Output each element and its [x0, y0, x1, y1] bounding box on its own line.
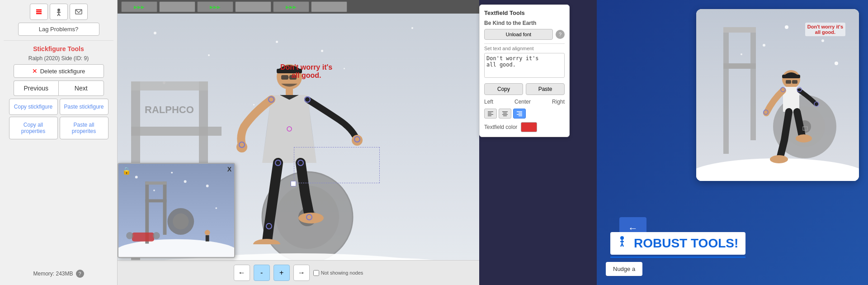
speech-line2: all good. — [280, 71, 332, 80]
svg-rect-47 — [132, 233, 154, 242]
plus-button[interactable]: + — [274, 265, 290, 281]
svg-point-81 — [763, 44, 765, 47]
svg-line-7 — [59, 14, 60, 16]
svg-rect-42 — [163, 181, 167, 235]
svg-point-46 — [173, 214, 189, 229]
robust-tools-label: ROBUST TOOLS! — [634, 236, 738, 251]
right-panel: Don't worry it's all good. ← ROBUST TOOL… — [597, 0, 868, 285]
copy-paste-grid: Copy stickfigure Paste stickfigure Copy … — [9, 99, 108, 139]
icon-btn-3[interactable] — [70, 4, 88, 20]
paste-stickfigure-button[interactable]: Paste stickfigure — [60, 99, 108, 115]
lag-problems-button[interactable]: Lag Problems? — [18, 23, 99, 36]
arrow-right-ctrl[interactable]: → — [293, 265, 310, 281]
copy-all-properties-button[interactable]: Copy all properties — [9, 117, 58, 139]
svg-point-49 — [153, 232, 160, 239]
preview-lock-icon: 🔒 — [122, 166, 131, 175]
previous-button[interactable]: Previous — [14, 81, 59, 96]
robust-underline — [610, 256, 745, 258]
svg-point-54 — [206, 185, 209, 187]
icon-btn-2[interactable] — [50, 4, 68, 20]
frame-play-icon-2: ▶▶▶ — [210, 5, 221, 10]
canvas-controls: ← - + → Not showing nodes — [118, 260, 479, 285]
stickfigure-tools-title: Stickfigure Tools — [33, 45, 84, 52]
right-card: Don't worry it's all good. — [696, 9, 859, 181]
paste-button[interactable]: Paste — [526, 83, 565, 95]
svg-point-53 — [171, 172, 173, 174]
svg-point-52 — [135, 176, 138, 178]
font-question-badge[interactable]: ? — [556, 30, 565, 39]
copy-button[interactable]: Copy — [484, 83, 523, 95]
font-row: Unload font ? — [484, 29, 565, 40]
svg-point-82 — [835, 62, 838, 65]
nudge-label: Nudge a — [613, 266, 635, 272]
copy-stickfigure-button[interactable]: Copy stickfigure — [9, 99, 58, 115]
frame-thumb-6[interactable] — [311, 1, 347, 12]
text-content-textarea[interactable]: Don't worry it's all good. — [484, 53, 565, 78]
color-row: Textfield color — [484, 122, 565, 132]
svg-rect-72 — [723, 27, 729, 154]
copy-paste-row: Copy Paste — [484, 83, 565, 95]
frame-play-icon-1: ▶▶▶ — [134, 5, 145, 10]
align-center-button[interactable] — [499, 109, 511, 119]
textfield-panel-title: Textfield Tools — [484, 10, 565, 16]
frame-thumb-5[interactable]: ▶▶▶ — [273, 1, 309, 12]
svg-text:RALPHCO: RALPHCO — [145, 104, 194, 115]
nodes-checkbox[interactable] — [313, 270, 319, 276]
main-canvas: ▶▶▶ ▶▶▶ ▶▶▶ — [118, 0, 479, 285]
unload-font-button[interactable]: Unload font — [484, 29, 553, 40]
align-right-label: Right — [552, 99, 565, 105]
svg-point-56 — [215, 207, 217, 209]
delete-btn-label: Delete stickfigure — [40, 68, 85, 75]
textfield-tools-panel: Textfield Tools Be Kind to the Earth Unl… — [479, 5, 570, 137]
nodes-label: Not showing nodes — [321, 270, 363, 276]
svg-point-96 — [620, 236, 624, 240]
frame-thumb-4[interactable] — [235, 1, 271, 12]
canvas-toolbar: ▶▶▶ ▶▶▶ ▶▶▶ — [118, 0, 479, 14]
svg-rect-74 — [723, 63, 756, 69]
preview-scene-svg — [118, 164, 234, 257]
color-swatch[interactable] — [521, 122, 537, 132]
right-card-scene: Don't worry it's all good. — [696, 9, 859, 181]
svg-point-83 — [741, 53, 742, 55]
next-button[interactable]: Next — [58, 81, 104, 96]
alignment-row: Left Center Right — [484, 99, 565, 105]
memory-question-button[interactable]: ? — [76, 270, 84, 278]
arrow-left-ctrl[interactable]: ← — [234, 265, 250, 281]
svg-point-86 — [770, 155, 788, 163]
align-right-button[interactable] — [513, 109, 526, 119]
set-text-label: Set text and alignment — [484, 46, 565, 51]
preview-scene — [118, 164, 234, 257]
align-left-button[interactable] — [484, 109, 497, 119]
svg-point-48 — [126, 232, 133, 239]
preview-close-button[interactable]: X — [227, 166, 231, 173]
icon-btn-1[interactable] — [30, 4, 48, 20]
preview-popup: X 🔒 — [118, 163, 235, 258]
top-icons-row — [30, 4, 88, 20]
svg-rect-25 — [286, 88, 293, 95]
snow-1 — [154, 32, 156, 34]
svg-point-80 — [821, 39, 824, 42]
frame-thumb-3[interactable]: ▶▶▶ — [197, 1, 233, 12]
right-speech-line1: Don't worry it's — [807, 24, 843, 29]
divider-1 — [4, 40, 113, 41]
svg-rect-94 — [792, 80, 797, 84]
paste-all-properties-button[interactable]: Paste all properites — [60, 117, 108, 139]
frame-thumb-2[interactable] — [159, 1, 195, 12]
text-selection-box[interactable] — [294, 147, 380, 183]
scene-label: Be Kind to the Earth — [484, 20, 565, 26]
tf-divider-1 — [484, 43, 565, 44]
delete-stickfigure-button[interactable]: ✕ Delete stickfigure — [14, 64, 104, 78]
resize-handle[interactable] — [291, 181, 296, 186]
svg-point-3 — [57, 9, 60, 11]
nudge-area: Nudge a — [606, 262, 642, 276]
frame-thumb-1[interactable]: ▶▶▶ — [121, 1, 157, 12]
memory-bar: Memory: 243MB ? — [33, 270, 84, 281]
robust-tools-title: ROBUST TOOLS! — [610, 232, 745, 255]
svg-rect-75 — [723, 27, 756, 33]
left-sidebar: Lag Problems? Stickfigure Tools Ralph (2… — [0, 0, 118, 285]
delete-x-icon: ✕ — [32, 67, 38, 75]
svg-line-100 — [622, 244, 623, 247]
svg-point-28 — [253, 239, 280, 244]
minus-button[interactable]: - — [254, 265, 270, 281]
frame-play-icon-3: ▶▶▶ — [286, 5, 297, 10]
